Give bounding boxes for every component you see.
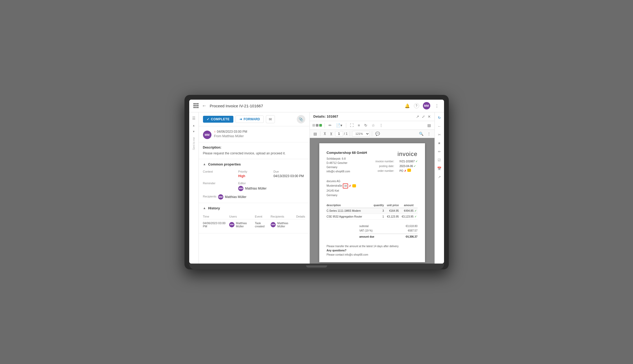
editor-row: MM Matthias Müller bbox=[238, 186, 270, 191]
context-prop: Context bbox=[203, 170, 235, 178]
topbar-icons: 🔔 ? MM ⋮ bbox=[404, 102, 440, 109]
description-text: Please request the corrected invoice, up… bbox=[203, 151, 305, 156]
col-amount: amount bbox=[399, 203, 414, 208]
common-properties-header[interactable]: ▲ Common properties bbox=[203, 162, 305, 166]
priority-prop: Priority High bbox=[238, 170, 270, 178]
sub-sep-2 bbox=[350, 131, 350, 136]
sync-icon[interactable]: ↻ bbox=[436, 114, 443, 121]
swatch-green[interactable] bbox=[319, 124, 322, 127]
item-quantity: 3 bbox=[371, 208, 384, 214]
calendar-icon[interactable]: 📅 bbox=[436, 165, 443, 172]
expand-icon[interactable]: ⤢ bbox=[422, 114, 425, 119]
edit-icon[interactable]: ✏ bbox=[327, 123, 333, 128]
editor-name: Matthias Müller bbox=[245, 187, 266, 190]
page-up-icon[interactable]: ⊼ bbox=[322, 131, 327, 136]
sub-sep-3 bbox=[372, 131, 372, 136]
col-recipients: Recipients bbox=[271, 214, 296, 219]
share-icon[interactable]: ↗ bbox=[436, 174, 443, 181]
line-item-row: C-Series 1111-1M6S Modem 3 €164.95 €494.… bbox=[327, 208, 418, 214]
checkbox-icon[interactable]: ☑ bbox=[436, 157, 443, 164]
page-nav: / 1 bbox=[335, 131, 348, 136]
swatch-gray1[interactable] bbox=[312, 124, 315, 127]
star-sidebar-icon[interactable]: ★ bbox=[436, 140, 443, 147]
task-sender-info: MM ↑ 04/06/2023 03:00 PM From Matthias M… bbox=[199, 126, 309, 142]
fullscreen-icon[interactable]: ⛶ bbox=[349, 123, 355, 128]
check-icon: ✓ bbox=[207, 117, 210, 121]
complete-button[interactable]: ✓ COMPLETE bbox=[203, 116, 233, 123]
item-check: ✓ bbox=[413, 208, 417, 214]
right-panel-icon[interactable]: ▤ bbox=[426, 123, 432, 128]
pdf-icon[interactable]: 📄▾ bbox=[335, 123, 343, 128]
sidebar-collapse-down[interactable]: ▼ bbox=[192, 129, 195, 134]
toolbar-separator-2 bbox=[346, 123, 346, 128]
item-check: ✓ bbox=[413, 214, 417, 219]
history-table: Time Users Event Recipients Details 04/0… bbox=[203, 214, 305, 230]
collapse-icon: ▲ bbox=[203, 162, 206, 166]
swatch-gray2[interactable] bbox=[316, 124, 318, 127]
sidebar-toggle-icon[interactable]: ▤ bbox=[312, 131, 318, 136]
forward-icon: ➜ bbox=[239, 117, 242, 121]
section-title: Common properties bbox=[208, 162, 241, 166]
comment-icon[interactable]: 💬 bbox=[374, 131, 381, 136]
undo-icon[interactable]: ← bbox=[436, 123, 443, 130]
sidebar-menu-icon[interactable]: ☰ bbox=[190, 114, 197, 122]
task-from: From Matthias Müller bbox=[214, 134, 247, 138]
sender-avatar: MM bbox=[203, 131, 211, 139]
reminder-prop: Reminder bbox=[203, 182, 235, 191]
item-description: CSE 9532 Aggregation Router bbox=[327, 214, 371, 219]
item-description: C-Series 1111-1M6S Modem bbox=[327, 208, 371, 214]
history-details bbox=[296, 219, 305, 230]
open-external-icon[interactable]: ↗ bbox=[416, 114, 419, 119]
sub-sep-1 bbox=[320, 131, 320, 136]
col-event: Event bbox=[255, 214, 271, 219]
common-properties-section: ▲ Common properties Context Priority Hig… bbox=[199, 159, 309, 203]
back-button[interactable]: ← bbox=[202, 103, 207, 109]
sidebar-collapse-up[interactable]: ▲ bbox=[192, 123, 195, 128]
bill-street-annotations: 34 ✗ bbox=[343, 183, 356, 188]
page-down-icon[interactable]: ⊻ bbox=[329, 131, 334, 136]
invoice-meta: invoice number: posting date: order numb… bbox=[376, 159, 418, 173]
refresh-icon[interactable]: ↻ bbox=[363, 123, 368, 128]
scissors-icon[interactable]: ✂ bbox=[436, 131, 443, 138]
history-time: 04/06/2023 03:00 PM bbox=[203, 219, 229, 230]
pencil-sidebar-icon[interactable]: ✏ bbox=[436, 148, 443, 155]
mail-button[interactable]: ✉ bbox=[266, 115, 275, 123]
help-icon[interactable]: ? bbox=[414, 103, 419, 108]
invoice-header: Details: 101667 ↗ ⤢ ✕ bbox=[310, 112, 435, 121]
posting-date-check: ✓ bbox=[414, 165, 416, 168]
vat-row: VAT (19 %) €687.57 bbox=[359, 228, 418, 233]
menu-icon[interactable]: ⋮ bbox=[434, 103, 440, 109]
order-comment-bubble bbox=[407, 169, 411, 172]
attachment-button[interactable]: 📎 bbox=[297, 115, 305, 123]
user-avatar[interactable]: MM bbox=[423, 102, 430, 109]
more-icon[interactable]: ⋮ bbox=[378, 123, 384, 128]
notification-icon[interactable]: 🔔 bbox=[404, 103, 410, 109]
forward-button[interactable]: ➜ FORWARD bbox=[235, 116, 264, 123]
history-user: MM Matthias Müller bbox=[229, 219, 255, 230]
history-header[interactable]: ▲ History bbox=[203, 206, 305, 210]
street-comment bbox=[352, 184, 356, 187]
invoice-footer: Please transfer the amount at the latest… bbox=[327, 244, 418, 257]
search-icon[interactable]: 🔍 bbox=[418, 131, 424, 136]
invoice-header-icons: ↗ ⤢ ✕ bbox=[416, 114, 431, 119]
page-input[interactable] bbox=[335, 131, 343, 136]
action-bar: ✓ COMPLETE ➜ FORWARD ✉ 📎 bbox=[199, 112, 309, 126]
grid-icon[interactable] bbox=[193, 103, 199, 108]
page-title: Proceed Invoice IV-21-101667 bbox=[210, 104, 401, 108]
col-users: Users bbox=[229, 214, 255, 219]
table-row: 04/06/2023 03:00 PM MM Matthias Müller T… bbox=[203, 219, 305, 230]
due-label: Due bbox=[274, 170, 305, 173]
history-event: Task created bbox=[255, 219, 271, 230]
list-view-icon[interactable]: ≡ bbox=[357, 123, 361, 128]
amount-due-row: amount due €4,306.37 bbox=[359, 234, 418, 239]
star-icon[interactable]: ☆ bbox=[371, 123, 376, 128]
color-swatches bbox=[312, 124, 322, 127]
right-sidebar: ↻ ← ✂ ★ ✏ ☑ 📅 ↗ bbox=[435, 112, 444, 264]
sub-more-icon[interactable]: ⋮ bbox=[426, 131, 432, 136]
history-recipient: MM Matthias Müller bbox=[271, 219, 296, 230]
zoom-select[interactable]: 121% bbox=[352, 131, 370, 137]
close-invoice-icon[interactable]: ✕ bbox=[428, 114, 431, 119]
meta-values: IV21-101667 ✓ 2023-04-06 ✓ PO ✗ bbox=[399, 159, 417, 173]
recipient-avatar: MM bbox=[218, 194, 223, 200]
recipients-row: Recipients MM Matthias Müller bbox=[203, 194, 305, 200]
